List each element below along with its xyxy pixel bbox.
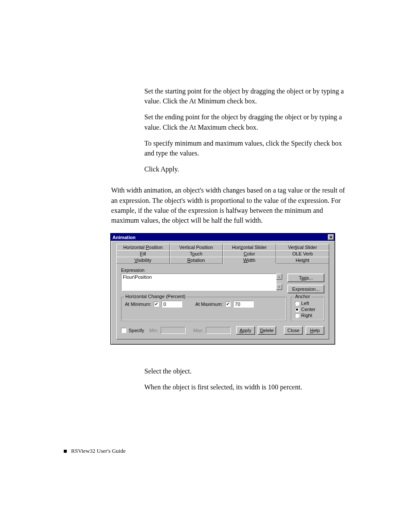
tab-vertical-slider[interactable]: Vertical Slider [276,244,330,251]
tab-horizontal-slider[interactable]: Horizontal Slider [223,244,276,251]
anchor-right-radio[interactable]: Right [295,313,321,318]
close-button[interactable]: Close [284,326,303,335]
scroll-down-icon[interactable]: ▼ [276,284,282,290]
max-input-disabled [206,327,230,334]
expression-button[interactable]: Expression... [287,285,324,293]
scroll-up-icon[interactable]: ▲ [276,274,282,280]
anchor-legend: Anchor [294,294,311,299]
expression-label: Expression [121,268,324,273]
tab-width[interactable]: Width [223,257,276,264]
specify-label: Specify [129,328,144,333]
step-7: Click Apply. [144,164,179,174]
tab-fill[interactable]: Fill [116,250,170,257]
tab-ole-verb[interactable]: OLE Verb [276,250,330,257]
page-footer: RSView32 User's Guide [64,448,126,454]
tags-button[interactable]: Tags... [287,274,324,282]
step-6: To specify minimum and maximum values, c… [144,138,351,158]
at-maximum-input[interactable] [233,301,254,308]
tab-horizontal-position[interactable]: Horizontal Position [116,244,170,251]
at-minimum-checkbox[interactable]: ✔ [154,302,159,307]
anchor-left-radio[interactable]: Left [295,301,321,306]
anchor-center-radio[interactable]: Center [295,307,321,312]
step-list: Set the starting point for the object by… [144,86,351,174]
at-maximum-checkbox[interactable]: ✔ [225,302,230,307]
at-minimum-label: At Minimum: [125,302,151,307]
footer-text: RSView32 User's Guide [71,448,126,454]
horiz-change-legend: Horizontal Change (Percent) [124,294,187,299]
width-anim-paragraph: With width animation, an object's width … [111,185,351,225]
tab-visibility[interactable]: Visibility [116,257,170,264]
sub-step-1b: When the object is first selected, its w… [144,382,302,392]
apply-button[interactable]: Apply [236,326,255,335]
dialog-titlebar[interactable]: Animation ✕ [111,233,335,241]
tab-color[interactable]: Color [223,250,276,257]
min-input-disabled [161,327,185,334]
specify-checkbox[interactable] [121,328,126,333]
expression-input[interactable]: Flour\Position [121,274,277,291]
step-5: Set the ending point for the object by d… [144,112,351,132]
help-button[interactable]: Help [305,326,324,335]
tab-rotation[interactable]: Rotation [170,257,223,264]
min-label: Min: [149,328,159,333]
tab-height[interactable]: Height [276,257,330,264]
footer-bullet-icon [64,450,67,453]
close-icon[interactable]: ✕ [328,234,334,240]
tab-vertical-position[interactable]: Vertical Position [170,244,223,251]
step-4: Set the starting point for the object by… [144,86,351,106]
at-minimum-input[interactable] [162,301,182,308]
tab-touch[interactable]: Touch [170,250,223,257]
animation-dialog: Animation ✕ Horizontal Position Vertical… [110,233,335,345]
sub-step-1: Select the object. [144,366,192,376]
dialog-title: Animation [112,235,136,240]
at-maximum-label: At Maximum: [195,302,223,307]
delete-button[interactable]: Delete [258,326,277,335]
max-label: Max: [193,328,204,333]
